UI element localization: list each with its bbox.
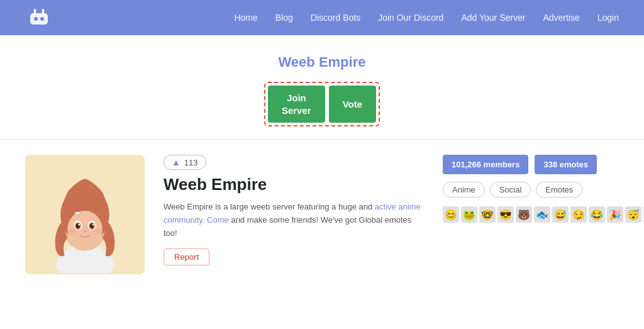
header: Home Blog Discord Bots Join Our Discord … <box>0 0 644 35</box>
hero-server-title: Weeb Empire <box>279 54 366 70</box>
tag-social[interactable]: Social <box>490 182 531 198</box>
emote-row: 😴😁🦊🐼🌸🎭😋🐧🥳😆 <box>625 206 644 223</box>
upvote-count: 113 <box>184 158 198 167</box>
emote-cell: 🐻 <box>516 206 532 223</box>
join-server-button[interactable]: JoinServer <box>268 86 325 123</box>
emote-cell: 😴 <box>625 206 641 223</box>
server-avatar <box>25 155 145 274</box>
emote-cell: 😊 <box>443 206 459 223</box>
members-badge: 101,266 members <box>443 155 528 174</box>
emote-row: 😊🐸🤓😎🐻🐟😅😏😂🎉 <box>443 206 623 223</box>
emote-cell: 😅 <box>552 206 569 223</box>
emote-cell: 😏 <box>570 206 587 223</box>
nav-blog[interactable]: Blog <box>275 13 293 23</box>
svg-point-2 <box>40 17 44 21</box>
nav-home[interactable]: Home <box>234 13 257 23</box>
emote-cell: 🐸 <box>461 206 477 223</box>
report-button[interactable]: Report <box>164 248 209 265</box>
emote-cell: 🤓 <box>479 206 496 223</box>
nav-add-server[interactable]: Add Your Server <box>461 13 525 23</box>
emotes-badge: 338 emotes <box>535 155 597 174</box>
stats-panel: 101,266 members 338 emotes Anime Social … <box>443 155 619 274</box>
svg-rect-25 <box>75 211 79 214</box>
main-nav: Home Blog Discord Bots Join Our Discord … <box>234 13 619 23</box>
vote-button[interactable]: Vote <box>329 86 376 123</box>
emote-cell: 🎉 <box>607 206 623 223</box>
svg-point-22 <box>68 228 76 233</box>
action-buttons-highlight: JoinServer Vote <box>264 82 380 126</box>
svg-point-23 <box>94 228 102 233</box>
nav-login[interactable]: Login <box>597 13 619 23</box>
logo[interactable] <box>25 7 53 28</box>
svg-point-21 <box>92 223 94 225</box>
hero-section: Weeb Empire JoinServer Vote <box>0 35 644 140</box>
svg-point-24 <box>84 230 86 232</box>
desc-link-1[interactable]: active anime community. Come <box>164 202 421 225</box>
nav-advertise[interactable]: Advertise <box>543 13 579 23</box>
tag-anime[interactable]: Anime <box>443 182 485 198</box>
nav-join-discord[interactable]: Join Our Discord <box>378 13 443 23</box>
svg-point-20 <box>78 223 80 225</box>
svg-point-1 <box>34 17 38 21</box>
nav-discord-bots[interactable]: Discord Bots <box>311 13 360 23</box>
emotes-grid: 😊🐸🤓😎🐻🐟😅😏😂🎉😴😁🦊🐼🌸🎭😋🐧🥳😆🎀🐱😻🌟💫😍🥺🎵🎮😤🦋🎪😜🏆💎🌈🎯🔥⚡✨… <box>443 206 619 225</box>
server-description: Weeb Empire is a large weeb server featu… <box>164 201 424 240</box>
stats-row: 101,266 members 338 emotes <box>443 155 619 174</box>
emote-cell: 🐟 <box>534 206 550 223</box>
server-info: ▲ 113 Weeb Empire Weeb Empire is a large… <box>164 155 424 274</box>
emote-cell: 😎 <box>497 206 514 223</box>
upvote-arrow-icon: ▲ <box>172 157 180 167</box>
upvote-badge: ▲ 113 <box>164 155 206 170</box>
svg-point-5 <box>34 9 36 11</box>
tags-container: Anime Social Emotes <box>443 182 619 198</box>
svg-rect-0 <box>30 13 48 25</box>
server-name: Weeb Empire <box>164 175 424 194</box>
tag-emotes[interactable]: Emotes <box>536 182 582 198</box>
svg-point-6 <box>42 9 45 11</box>
main-content: ▲ 113 Weeb Empire Weeb Empire is a large… <box>0 140 644 289</box>
emote-cell: 😂 <box>589 206 605 223</box>
